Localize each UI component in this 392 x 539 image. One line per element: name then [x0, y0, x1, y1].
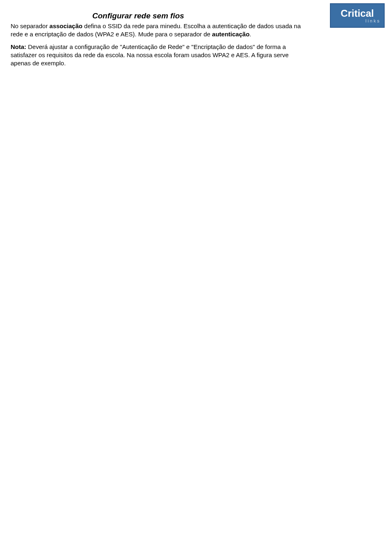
brand-sub: links — [365, 18, 381, 23]
brand-name: Critical — [341, 8, 374, 19]
brand-logo: Critical links — [330, 3, 385, 28]
intro-paragraph: No separador associação defina o SSID da… — [11, 22, 305, 39]
note-paragraph: Nota: Deverá ajustar a configuração de "… — [11, 43, 305, 68]
